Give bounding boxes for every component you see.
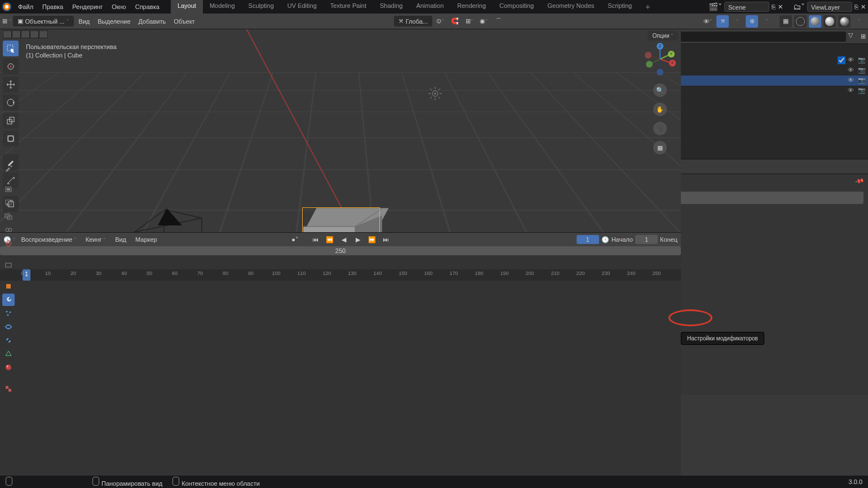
jump-end-icon[interactable]: ⏭ bbox=[380, 233, 392, 246]
tl-menu-keying[interactable]: Кеинг bbox=[82, 234, 109, 245]
prop-tab-object[interactable] bbox=[2, 280, 15, 292]
navigation-gizmo[interactable]: X Y Z bbox=[644, 43, 676, 76]
object-visibility-icon[interactable]: 👁 bbox=[702, 15, 714, 28]
jump-start-icon[interactable]: ⏮ bbox=[309, 233, 322, 246]
gizmo-menu-icon[interactable] bbox=[731, 15, 743, 28]
tab-uv-editing[interactable]: UV Editing bbox=[281, 0, 324, 14]
visibility-icon[interactable]: 👁 bbox=[848, 66, 856, 74]
render-vis-icon[interactable]: 📷 bbox=[858, 66, 866, 74]
menu-file[interactable]: Файл bbox=[14, 1, 38, 12]
hdr-menu-select[interactable]: Выделение bbox=[94, 16, 134, 26]
prop-tab-scene[interactable] bbox=[2, 224, 15, 236]
shading-rendered-icon[interactable] bbox=[838, 15, 851, 28]
menu-render[interactable]: Рендеринг bbox=[68, 1, 107, 12]
jump-prev-key-icon[interactable]: ⏪ bbox=[324, 233, 336, 246]
prop-tab-viewlayer[interactable] bbox=[2, 210, 15, 223]
select-mode-toggles[interactable] bbox=[3, 30, 48, 38]
tl-menu-playback[interactable]: Воспроизведение bbox=[18, 234, 80, 245]
prop-tab-output[interactable] bbox=[2, 197, 15, 209]
gizmo-z[interactable]: Z bbox=[657, 43, 663, 50]
gizmo-toggle-icon[interactable]: ⤧ bbox=[716, 15, 729, 28]
tab-add[interactable]: + bbox=[639, 0, 657, 14]
prop-tab-modifiers[interactable] bbox=[2, 294, 15, 306]
prop-tab-world[interactable] bbox=[2, 237, 15, 250]
pivot-icon[interactable]: ⊙ bbox=[434, 15, 446, 28]
frame-range-lock-icon[interactable]: 🕓 bbox=[601, 236, 609, 243]
autokey-icon[interactable]: ●˅ bbox=[289, 233, 302, 246]
perspective-toggle-icon[interactable]: ▦ bbox=[653, 141, 667, 154]
play-reverse-icon[interactable]: ◀ bbox=[338, 233, 350, 246]
remove-viewlayer-icon[interactable]: ✕ bbox=[861, 3, 866, 11]
current-frame-field[interactable]: 1 bbox=[577, 235, 599, 244]
timeline-ruler[interactable]: 1 01020304050607080901001101201301401501… bbox=[0, 269, 681, 281]
overlay-menu-icon[interactable] bbox=[760, 15, 773, 28]
shading-solid-icon[interactable] bbox=[809, 15, 821, 28]
orientation-selector[interactable]: ⤧ Глоба... bbox=[394, 16, 432, 26]
new-scene-icon[interactable]: ⎘ bbox=[772, 3, 776, 10]
tab-compositing[interactable]: Compositing bbox=[493, 0, 541, 14]
shading-material-icon[interactable] bbox=[823, 15, 836, 28]
gizmo-neg-y[interactable] bbox=[646, 61, 653, 68]
proportional-curve-icon[interactable]: ⌒ bbox=[493, 15, 505, 28]
tool-move[interactable] bbox=[3, 77, 19, 92]
tab-sculpting[interactable]: Sculpting bbox=[242, 0, 281, 14]
hdr-menu-add[interactable]: Добавить bbox=[135, 16, 170, 26]
cube-object[interactable] bbox=[303, 208, 379, 232]
viewlayer-browse-icon[interactable]: 🗂˅ bbox=[793, 2, 805, 11]
timeline-track[interactable] bbox=[0, 281, 681, 483]
end-frame-field[interactable]: 250 bbox=[0, 246, 681, 255]
tab-animation[interactable]: Animation bbox=[409, 0, 450, 14]
tab-texture-paint[interactable]: Texture Paint bbox=[324, 0, 373, 14]
prop-tab-collection[interactable] bbox=[2, 259, 15, 271]
prop-tab-tool[interactable] bbox=[2, 162, 15, 174]
visibility-icon[interactable]: 👁 bbox=[848, 87, 856, 95]
visibility-icon[interactable]: 👁 bbox=[848, 77, 856, 85]
scene-name-field[interactable]: Scene bbox=[724, 2, 769, 12]
menu-edit[interactable]: Правка bbox=[38, 1, 68, 12]
tl-menu-marker[interactable]: Маркер bbox=[132, 234, 161, 245]
prop-tab-constraints[interactable] bbox=[2, 334, 15, 347]
editor-type-icon[interactable]: ⊞ bbox=[2, 17, 12, 25]
zoom-icon[interactable]: 🔍 bbox=[653, 83, 667, 97]
snap-toggle-icon[interactable]: 🧲 bbox=[449, 15, 461, 28]
visibility-icon[interactable]: 👁 bbox=[848, 56, 856, 64]
viewlayer-name-field[interactable]: ViewLayer bbox=[807, 2, 852, 12]
hdr-menu-object[interactable]: Объект bbox=[170, 16, 198, 26]
scene-browse-icon[interactable]: 🎬˅ bbox=[708, 2, 722, 11]
new-viewlayer-icon[interactable]: ⎘ bbox=[854, 3, 858, 10]
shading-wireframe-icon[interactable] bbox=[794, 15, 807, 28]
play-icon[interactable]: ▶ bbox=[352, 233, 364, 246]
render-vis-icon[interactable]: 📷 bbox=[858, 87, 866, 95]
proportional-icon[interactable]: ◉ bbox=[478, 15, 490, 28]
gizmo-x[interactable]: X bbox=[669, 60, 676, 66]
render-vis-icon[interactable]: 📷 bbox=[858, 77, 866, 85]
gizmo-y[interactable]: Y bbox=[668, 51, 675, 57]
prop-tab-physics[interactable] bbox=[2, 321, 15, 333]
start-frame-field[interactable]: 1 bbox=[635, 235, 658, 244]
tool-rotate[interactable] bbox=[3, 95, 19, 110]
tab-layout[interactable]: Layout bbox=[171, 0, 203, 14]
tab-geometry-nodes[interactable]: Geometry Nodes bbox=[541, 0, 601, 14]
light-object[interactable] bbox=[428, 87, 442, 100]
viewport-3d[interactable]: Опции Пользовательская перспектива (1) C… bbox=[0, 29, 681, 232]
tool-transform[interactable] bbox=[3, 131, 19, 147]
menu-help[interactable]: Справка bbox=[131, 1, 164, 12]
tab-scripting[interactable]: Scripting bbox=[601, 0, 639, 14]
exclude-checkbox[interactable] bbox=[838, 56, 845, 64]
options-button[interactable]: Опции bbox=[648, 31, 678, 41]
prop-tab-particles[interactable] bbox=[2, 307, 15, 320]
tab-shading[interactable]: Shading bbox=[373, 0, 409, 14]
pan-hand-icon[interactable]: ✋ bbox=[653, 103, 667, 116]
prop-tab-material[interactable] bbox=[2, 361, 15, 374]
prop-tab-data[interactable] bbox=[2, 348, 15, 360]
hdr-menu-view[interactable]: Вид bbox=[75, 16, 93, 26]
camera-view-icon[interactable]: 🎥 bbox=[653, 122, 667, 135]
prop-tab-texture[interactable] bbox=[2, 383, 15, 395]
gizmo-neg-z[interactable] bbox=[657, 69, 663, 76]
render-vis-icon[interactable]: 📷 bbox=[858, 56, 866, 64]
prop-tab-render[interactable] bbox=[2, 183, 15, 196]
mode-selector[interactable]: ▣ Объектный ... ˅ bbox=[13, 16, 74, 26]
tool-scale[interactable] bbox=[3, 113, 19, 128]
gizmo-neg-x[interactable] bbox=[645, 52, 652, 59]
tab-modeling[interactable]: Modeling bbox=[203, 0, 242, 14]
